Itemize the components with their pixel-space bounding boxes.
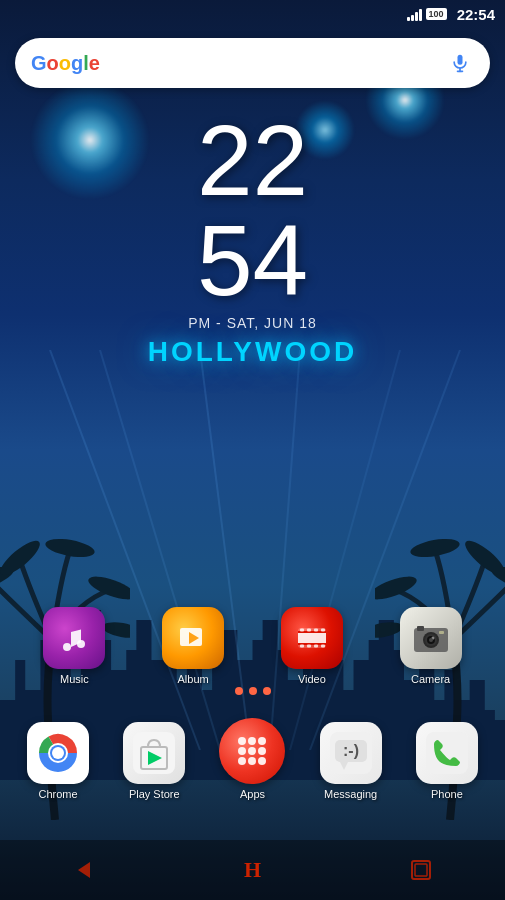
app-phone[interactable]: Phone xyxy=(416,722,478,800)
google-logo: Google xyxy=(31,52,100,75)
music-label: Music xyxy=(60,673,89,685)
status-bar: 100 22:54 xyxy=(0,0,505,28)
screen: 100 22:54 Google 22 54 PM - SAT, JUN 18 … xyxy=(0,0,505,900)
video-svg xyxy=(294,620,330,656)
music-icon[interactable] xyxy=(43,607,105,669)
back-icon xyxy=(72,858,96,882)
phone-app-icon[interactable] xyxy=(416,722,478,784)
svg-line-3 xyxy=(270,350,300,750)
signal-icon xyxy=(407,7,422,21)
nav-back-button[interactable] xyxy=(69,855,99,885)
svg-rect-29 xyxy=(314,629,318,632)
camera-svg xyxy=(411,618,451,658)
svg-rect-16 xyxy=(458,55,463,65)
svg-point-52 xyxy=(258,737,266,745)
svg-point-58 xyxy=(258,757,266,765)
album-icon[interactable] xyxy=(162,607,224,669)
svg-rect-24 xyxy=(298,632,326,644)
nav-home-button[interactable]: H xyxy=(237,855,267,885)
dot-2 xyxy=(249,687,257,695)
nav-bar: H xyxy=(0,840,505,900)
apps-app-icon[interactable] xyxy=(219,718,285,784)
apps-label: Apps xyxy=(240,788,265,800)
phone-svg xyxy=(426,732,468,774)
hollywood-sign: HOLLYWOOD xyxy=(0,336,505,368)
svg-rect-42 xyxy=(439,631,444,634)
messaging-app-icon[interactable]: :-) xyxy=(320,722,382,784)
battery-icon: 100 xyxy=(426,8,447,20)
svg-rect-40 xyxy=(417,626,424,631)
playstore-svg xyxy=(133,732,175,774)
svg-point-54 xyxy=(248,747,256,755)
svg-point-41 xyxy=(429,638,433,642)
status-icons: 100 22:54 xyxy=(407,6,495,23)
nav-recents-button[interactable] xyxy=(406,855,436,885)
battery-level: 100 xyxy=(429,9,444,19)
app-album[interactable]: Album xyxy=(162,607,224,685)
album-label: Album xyxy=(178,673,209,685)
app-row-main: Music Album xyxy=(0,607,505,685)
signal-bar-2 xyxy=(411,15,414,21)
svg-point-56 xyxy=(238,757,246,765)
svg-rect-33 xyxy=(314,645,318,648)
app-camera[interactable]: Camera xyxy=(400,607,462,685)
app-messaging[interactable]: :-) Messaging xyxy=(320,722,382,800)
video-label: Video xyxy=(298,673,326,685)
signal-bar-4 xyxy=(419,9,422,21)
recents-icon xyxy=(409,858,433,882)
signal-bar-3 xyxy=(415,12,418,21)
app-playstore[interactable]: Play Store xyxy=(123,722,185,800)
svg-text::-): :-) xyxy=(343,742,359,759)
home-icon: H xyxy=(244,857,261,883)
playstore-app-icon[interactable] xyxy=(123,722,185,784)
svg-point-55 xyxy=(258,747,266,755)
svg-point-19 xyxy=(63,643,71,651)
svg-rect-31 xyxy=(300,645,304,648)
album-svg xyxy=(175,620,211,656)
app-apps[interactable]: Apps xyxy=(219,718,285,800)
dock: Chrome Play Store xyxy=(0,718,505,800)
clock-hours: 22 xyxy=(0,110,505,210)
svg-rect-32 xyxy=(307,645,311,648)
signal-bar-1 xyxy=(407,17,410,21)
messaging-svg: :-) xyxy=(330,732,372,774)
music-svg xyxy=(56,620,92,656)
camera-label: Camera xyxy=(411,673,450,685)
dot-1 xyxy=(235,687,243,695)
clock-container: 22 54 PM - SAT, JUN 18 HOLLYWOOD xyxy=(0,110,505,368)
svg-rect-30 xyxy=(321,629,325,632)
chrome-svg xyxy=(37,732,79,774)
app-video[interactable]: Video xyxy=(281,607,343,685)
dot-3 xyxy=(263,687,271,695)
search-bar[interactable]: Google xyxy=(15,38,490,88)
video-icon[interactable] xyxy=(281,607,343,669)
svg-rect-66 xyxy=(415,864,427,876)
svg-rect-47 xyxy=(133,732,175,774)
clock-minutes: 54 xyxy=(0,210,505,310)
svg-point-51 xyxy=(248,737,256,745)
phone-label: Phone xyxy=(431,788,463,800)
app-music[interactable]: Music xyxy=(43,607,105,685)
date-display: PM - SAT, JUN 18 xyxy=(0,315,505,331)
svg-point-53 xyxy=(238,747,246,755)
messaging-label: Messaging xyxy=(324,788,377,800)
svg-point-50 xyxy=(238,737,246,745)
camera-icon[interactable] xyxy=(400,607,462,669)
svg-rect-34 xyxy=(321,645,325,648)
status-time: 22:54 xyxy=(457,6,495,23)
chrome-label: Chrome xyxy=(39,788,78,800)
app-chrome[interactable]: Chrome xyxy=(27,722,89,800)
svg-rect-63 xyxy=(426,732,468,774)
svg-point-46 xyxy=(52,747,64,759)
page-indicator xyxy=(235,687,271,695)
chrome-app-icon[interactable] xyxy=(27,722,89,784)
svg-marker-64 xyxy=(78,862,90,878)
svg-rect-27 xyxy=(300,629,304,632)
svg-point-57 xyxy=(248,757,256,765)
playstore-label: Play Store xyxy=(129,788,180,800)
svg-rect-28 xyxy=(307,629,311,632)
microphone-icon[interactable] xyxy=(446,49,474,77)
apps-svg xyxy=(230,729,274,773)
